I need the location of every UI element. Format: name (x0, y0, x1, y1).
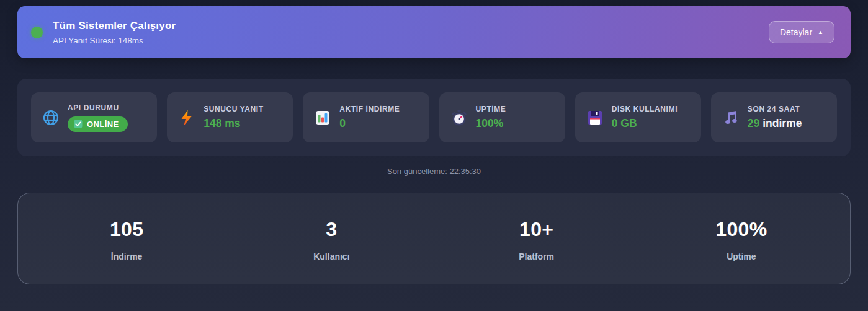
card-active-downloads: AKTİF İNDİRME 0 (303, 92, 429, 142)
chevron-up-icon: ▲ (818, 30, 823, 35)
card-value: 0 GB (612, 117, 678, 130)
banner-text-group: Tüm Sistemler Çalışıyor API Yanıt Süresi… (53, 20, 176, 45)
stat-value: 105 (24, 218, 229, 241)
details-button-label: Detaylar (780, 27, 812, 37)
card-content: DİSK KULLANIMI 0 GB (612, 105, 678, 130)
details-button[interactable]: Detaylar ▲ (769, 21, 834, 43)
card-disk-usage: DİSK KULLANIMI 0 GB (575, 92, 701, 142)
card-value-suffix: indirme (763, 117, 802, 129)
banner-subtitle: API Yanıt Süresi: 148ms (53, 36, 176, 45)
stat-label: Kullanıcı (229, 252, 434, 261)
card-label: AKTİF İNDİRME (339, 105, 400, 113)
card-content: AKTİF İNDİRME 0 (339, 105, 400, 130)
stat-label: İndirme (24, 252, 229, 261)
card-server-response: SUNUCU YANIT 148 ms (167, 92, 293, 142)
card-value: 29 indirme (748, 117, 802, 130)
checkbox-check-icon (74, 120, 83, 128)
card-content: SUNUCU YANIT 148 ms (204, 105, 264, 130)
status-dot-icon (31, 27, 43, 38)
summary-stats-panel: 105 İndirme 3 Kullanıcı 10+ Platform 100… (17, 193, 851, 284)
bar-chart-icon (314, 109, 331, 126)
card-api-status: API DURUMU ONLİNE (31, 92, 157, 142)
stat-platforms: 10+ Platform (434, 218, 639, 261)
online-badge-label: ONLİNE (87, 120, 119, 129)
music-notes-icon (722, 109, 740, 126)
stat-value: 100% (639, 218, 844, 241)
stat-label: Uptime (639, 252, 844, 261)
card-value: 100% (476, 117, 506, 130)
stat-downloads: 105 İndirme (24, 218, 229, 261)
stat-users: 3 Kullanıcı (229, 218, 434, 261)
card-last-24h: SON 24 SAAT 29 indirme (711, 92, 837, 142)
card-label: UPTİME (476, 105, 506, 113)
stat-value: 3 (229, 218, 434, 241)
card-value-number: 29 (748, 117, 759, 129)
stat-label: Platform (434, 252, 639, 261)
banner-title: Tüm Sistemler Çalışıyor (53, 20, 176, 32)
online-status-badge: ONLİNE (68, 116, 128, 132)
card-label: API DURUMU (68, 103, 128, 112)
card-content: SON 24 SAAT 29 indirme (748, 105, 802, 130)
card-label: DİSK KULLANIMI (612, 105, 678, 113)
banner-status-group: Tüm Sistemler Çalışıyor API Yanıt Süresi… (31, 20, 176, 45)
card-uptime: UPTİME 100% (439, 92, 565, 142)
stopwatch-icon (450, 109, 468, 126)
last-updated-text: Son güncelleme: 22:35:30 (17, 167, 851, 176)
card-content: API DURUMU ONLİNE (68, 103, 128, 132)
status-dashboard: Tüm Sistemler Çalışıyor API Yanıt Süresi… (0, 0, 868, 284)
stat-uptime: 100% Uptime (639, 218, 844, 261)
card-content: UPTİME 100% (476, 105, 506, 130)
card-label: SUNUCU YANIT (204, 105, 264, 113)
stat-value: 10+ (434, 218, 639, 241)
globe-icon (42, 109, 60, 126)
card-value: 0 (339, 117, 400, 130)
card-value: 148 ms (204, 117, 264, 130)
card-label: SON 24 SAAT (748, 105, 802, 113)
floppy-disk-icon (586, 109, 604, 126)
system-status-banner: Tüm Sistemler Çalışıyor API Yanıt Süresi… (17, 6, 851, 58)
lightning-icon (178, 109, 195, 126)
status-cards-panel: API DURUMU ONLİNE (17, 79, 851, 156)
